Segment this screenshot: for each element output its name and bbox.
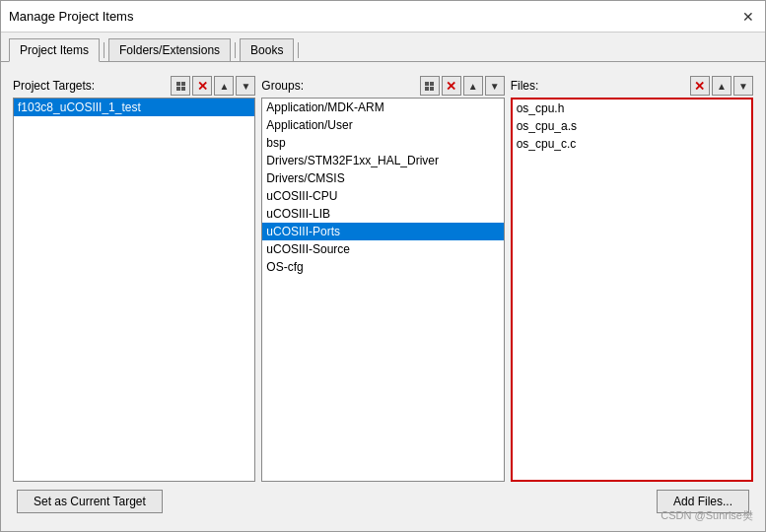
close-button[interactable]: ✕: [739, 8, 757, 26]
groups-delete-button[interactable]: ✕: [442, 76, 461, 96]
list-item[interactable]: Drivers/STM32F1xx_HAL_Driver: [262, 152, 503, 169]
list-item[interactable]: os_cpu_a.s: [513, 117, 751, 135]
list-item[interactable]: uCOSIII-Ports: [262, 223, 503, 240]
tab-books[interactable]: Books: [240, 38, 294, 61]
list-item[interactable]: uCOSIII-Source: [262, 240, 503, 258]
manage-project-items-window: Manage Project Items ✕ Project Items Fol…: [0, 0, 766, 532]
list-item[interactable]: Application/User: [262, 116, 503, 134]
list-item[interactable]: uCOSIII-CPU: [262, 187, 503, 205]
tab-separator-1: [104, 42, 104, 58]
watermark-text: CSDN @Sunrise樊: [661, 508, 753, 523]
grid-icon: [176, 82, 185, 91]
targets-delete-button[interactable]: ✕: [192, 76, 212, 96]
project-targets-header: Project Targets: ✕ ▲ ▼: [13, 76, 255, 96]
groups-actions: ✕ ▲ ▼: [420, 76, 505, 96]
list-item[interactable]: Application/MDK-ARM: [262, 99, 503, 116]
project-targets-list[interactable]: f103c8_uCOSIII_1_test: [13, 98, 255, 482]
groups-up-button[interactable]: ▲: [463, 76, 483, 96]
targets-down-button[interactable]: ▼: [236, 76, 255, 96]
groups-panel: Groups: ✕ ▲ ▼ Application/: [261, 76, 504, 482]
project-targets-label: Project Targets:: [13, 79, 95, 93]
set-current-target-button[interactable]: Set as Current Target: [17, 490, 163, 513]
list-item[interactable]: uCOSIII-LIB: [262, 205, 503, 223]
project-targets-actions: ✕ ▲ ▼: [171, 76, 255, 96]
files-delete-button[interactable]: ✕: [690, 76, 710, 96]
groups-new-button[interactable]: [420, 76, 440, 96]
list-item[interactable]: OS-cfg: [262, 258, 503, 276]
files-list[interactable]: os_cpu.hos_cpu_a.sos_cpu_c.c: [511, 98, 753, 482]
project-targets-panel: Project Targets: ✕ ▲ ▼ f10: [13, 76, 255, 482]
tab-separator-2: [235, 42, 236, 58]
targets-new-button[interactable]: [171, 76, 190, 96]
tab-bar: Project Items Folders/Extensions Books: [1, 33, 765, 62]
list-item[interactable]: bsp: [262, 134, 503, 152]
tab-separator-3: [298, 42, 299, 58]
targets-up-button[interactable]: ▲: [214, 76, 234, 96]
list-item[interactable]: Drivers/CMSIS: [262, 169, 503, 187]
bottom-bar: Set as Current Target Add Files...: [13, 482, 753, 517]
files-actions: ✕ ▲ ▼: [690, 76, 753, 96]
files-panel: Files: ✕ ▲ ▼ os_cpu.hos_cpu_a.sos_cpu_c.…: [511, 76, 753, 482]
window-title: Manage Project Items: [9, 9, 133, 24]
files-header: Files: ✕ ▲ ▼: [511, 76, 753, 96]
files-label: Files:: [511, 79, 539, 93]
groups-down-button[interactable]: ▼: [485, 76, 505, 96]
list-item[interactable]: os_cpu_c.c: [513, 135, 751, 153]
groups-header: Groups: ✕ ▲ ▼: [261, 76, 504, 96]
tab-folders-extensions[interactable]: Folders/Extensions: [108, 38, 231, 61]
list-item[interactable]: f103c8_uCOSIII_1_test: [14, 99, 254, 116]
tab-project-items[interactable]: Project Items: [9, 38, 100, 62]
files-up-button[interactable]: ▲: [712, 76, 731, 96]
groups-list[interactable]: Application/MDK-ARMApplication/UserbspDr…: [261, 98, 504, 482]
files-down-button[interactable]: ▼: [733, 76, 753, 96]
groups-label: Groups:: [261, 79, 304, 93]
title-bar: Manage Project Items ✕: [1, 1, 765, 33]
grid-icon: [425, 82, 434, 91]
panels-row: Project Targets: ✕ ▲ ▼ f10: [13, 76, 753, 482]
list-item[interactable]: os_cpu.h: [513, 100, 751, 117]
content-area: Project Targets: ✕ ▲ ▼ f10: [1, 62, 765, 531]
